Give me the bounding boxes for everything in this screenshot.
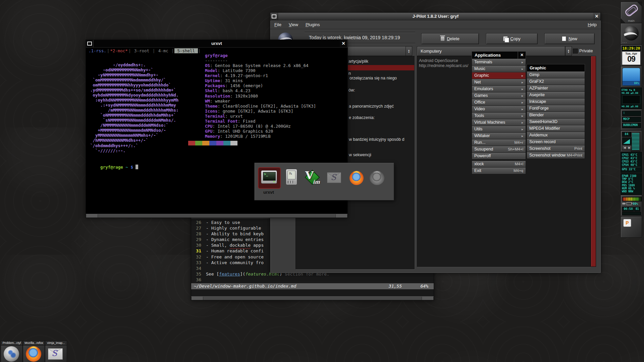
menu-file[interactable]: File (274, 22, 281, 27)
menu-item-tools[interactable]: Tools▸ (472, 113, 526, 119)
miniwindow-firefox[interactable]: Mozilla...refox (23, 341, 45, 362)
applications-menu-close-button[interactable]: ✕ (518, 52, 526, 59)
dock-app-sphere[interactable]: ... (621, 23, 642, 45)
delete-button[interactable]: Delete (421, 33, 479, 44)
dock-weather[interactable]: EPWR 2300TMP 8°CDEW 2°CPRS 1009HUM 65 %W… (621, 173, 642, 195)
menu-item-games[interactable]: Games▸ (472, 93, 526, 99)
tmux-segment[interactable]: | (198, 48, 201, 53)
tmux-segment[interactable]: .1-rss. (88, 48, 107, 53)
menu-item-emulators[interactable]: Emulators▸ (472, 86, 526, 93)
todo-row[interactable]: a panoramicznych zdjęć (349, 104, 394, 109)
vim-resizebar[interactable] (191, 296, 434, 300)
jpilot-titlebar[interactable]: J-Pilot 1.8.2 User: gryf ✕ (270, 13, 601, 20)
dock-mixer[interactable]: 84 ◀ ▶ (621, 130, 642, 152)
firefox-icon[interactable] (350, 171, 364, 185)
neofetch-line: Terminal Font: Fixed (205, 119, 316, 124)
memo-category-spinner[interactable]: ▲▼ (565, 46, 572, 56)
vim-icon[interactable]: V im (304, 170, 320, 184)
copy-button[interactable]: Copy (486, 33, 538, 44)
tmux-segment[interactable]: | (128, 48, 131, 53)
urxvt-resize-grip-left[interactable] (86, 214, 98, 218)
tmux-segment[interactable]: 5-shell (174, 48, 198, 53)
todo-row[interactable]: w bardziej intuicyjny sposób d (349, 137, 404, 142)
clip-arrow-icon[interactable] (637, 2, 642, 6)
menu-help[interactable]: Help (588, 22, 597, 27)
urxvt-icon[interactable]: >_ (261, 170, 277, 184)
vim-resize-grip-left[interactable] (191, 297, 203, 300)
menu-item-music[interactable]: Music▸ (472, 66, 526, 72)
menu-item-video[interactable]: Video▸ (472, 106, 526, 113)
menu-item-run-[interactable]: Run...M4+r (472, 139, 526, 146)
miniwindow-mail[interactable]: vimja_imap... S (45, 341, 67, 362)
wmaker-clip[interactable]: main (621, 2, 642, 23)
tmux-segment[interactable]: | (107, 48, 110, 53)
submenu-item-gimp[interactable]: Gimp (527, 72, 585, 78)
dock-moc-player[interactable]: X MOCP BUBBLEMON (621, 109, 642, 130)
menu-item-utils[interactable]: Utils▸ (472, 126, 526, 133)
menu-item-net[interactable]: Net▸ (472, 79, 526, 86)
submenu-item-azpainter[interactable]: AZPainter (527, 85, 585, 92)
todo-category-spinner[interactable]: ▲▼ (406, 46, 412, 56)
todo-row[interactable]: orzełączania się na niego (350, 76, 397, 80)
menu-item-office[interactable]: Office▸ (472, 99, 526, 106)
submenu-item-grafx2[interactable]: GraFX2 (527, 78, 585, 85)
dock-bubblemon[interactable]: 04% (621, 66, 642, 87)
submenu-item-fontforge[interactable]: FontForge (527, 105, 585, 112)
graphic-submenu-titlebar[interactable]: Graphic (527, 64, 585, 72)
mixer-prev-button[interactable]: ◀ (622, 145, 627, 150)
tmux-segment[interactable]: | (171, 48, 174, 53)
todo-row[interactable]: ów: (348, 88, 355, 93)
dock-temperature-monitor[interactable]: CPU1 43°CCPU2 43°CCPU3 43°CCPU4 40°C GPU… (621, 152, 642, 173)
submenu-item-inkscape[interactable]: Inkscape (527, 99, 585, 105)
firefox-inactive-icon[interactable] (370, 171, 384, 185)
dock-battery[interactable]: 90% 06:58 B1 (621, 195, 642, 216)
urxvt-miniaturize-button[interactable] (86, 40, 94, 47)
menu-item-susupend[interactable]: SusupendSh+M4+l (472, 146, 526, 153)
todo-row[interactable]: n (348, 71, 351, 76)
todo-row[interactable]: e zobaczenia: (349, 115, 375, 120)
jpilot-close-button[interactable]: ✕ (593, 13, 601, 20)
submenu-item-blender[interactable]: Blender (527, 112, 585, 119)
submenu-item-screenshot-window[interactable]: Screenshot windowM4+Print (527, 152, 585, 159)
urxvt-resize-grip-right[interactable] (335, 214, 347, 218)
tmux-segment[interactable]: | (152, 48, 156, 53)
submenu-item-aseprite[interactable]: Aseprite (527, 92, 585, 99)
vim-resize-grip-right[interactable] (422, 297, 434, 300)
submenu-item-screen-record[interactable]: Screen record (527, 139, 585, 145)
urxvt-resizebar[interactable] (86, 214, 347, 218)
submenu-item-mpeg4-modifier[interactable]: MPEG4 Modifier (527, 125, 585, 132)
applications-menu-titlebar[interactable]: Applications ✕ (472, 51, 526, 59)
menu-item-virtual-machines[interactable]: Virtual Machines▸ (472, 119, 526, 126)
menu-view[interactable]: View (289, 22, 298, 27)
submenu-item-avidemux[interactable]: Avidemux (527, 132, 585, 139)
dock-network-monitor[interactable]: ETH0 ▼▲ B ▼0.00 ▲0.00 ▼0.00 ▲0.00 (621, 87, 642, 109)
dock-app-p[interactable]: P (621, 216, 642, 238)
submenu-item-sweethome3d[interactable]: SweetHome3D (527, 119, 585, 125)
menu-item-graphic[interactable]: Graphic▸ (472, 72, 526, 79)
menu-item-wmaker[interactable]: WMaker▸ (472, 133, 526, 139)
menu-item-xlock[interactable]: xlockM4+l (472, 161, 526, 168)
menu-item-terminals[interactable]: Terminals▸ (472, 59, 526, 66)
tmux-segment[interactable]: 3-root (131, 48, 152, 53)
urxvt-titlebar[interactable]: urxvt ✕ (86, 40, 347, 48)
tmux-statusbar[interactable]: .1-rss.|*2-moc*| 3-root | 4-mc | 5-shell… (88, 48, 201, 53)
todo-row[interactable]: w sekwencji (349, 153, 371, 157)
jpilot-palm-icon[interactable] (286, 169, 297, 185)
tmux-segment[interactable]: *2-moc* (110, 48, 128, 53)
private-checkbox[interactable] (573, 49, 578, 54)
memo-scrollbar[interactable] (591, 56, 596, 267)
claws-mail-icon[interactable]: S (327, 172, 341, 183)
shell-prompt[interactable]: gryf@rage ~ $ (90, 160, 138, 175)
miniwindow-problem[interactable]: Problem...ctyl (1, 341, 23, 362)
todo-row[interactable]: artycja/plik (348, 59, 368, 64)
urxvt-close-button[interactable]: ✕ (340, 40, 347, 47)
jpilot-miniaturize-button[interactable] (270, 13, 278, 20)
menu-item-exit[interactable]: ExitM4+q (472, 168, 526, 174)
menu-plugins[interactable]: Plugins (306, 22, 320, 27)
submenu-item-screenshot[interactable]: ScreenshotPrint (527, 145, 585, 152)
dock-clock[interactable]: 18:29:20 Tue, Apr 09 (621, 45, 642, 66)
tmux-segment[interactable]: 4-mc (155, 48, 171, 53)
menu-item-label: Gimp (529, 72, 582, 78)
new-button[interactable]: New (544, 33, 595, 44)
menu-item-poweroff[interactable]: Poweroff (472, 153, 526, 160)
